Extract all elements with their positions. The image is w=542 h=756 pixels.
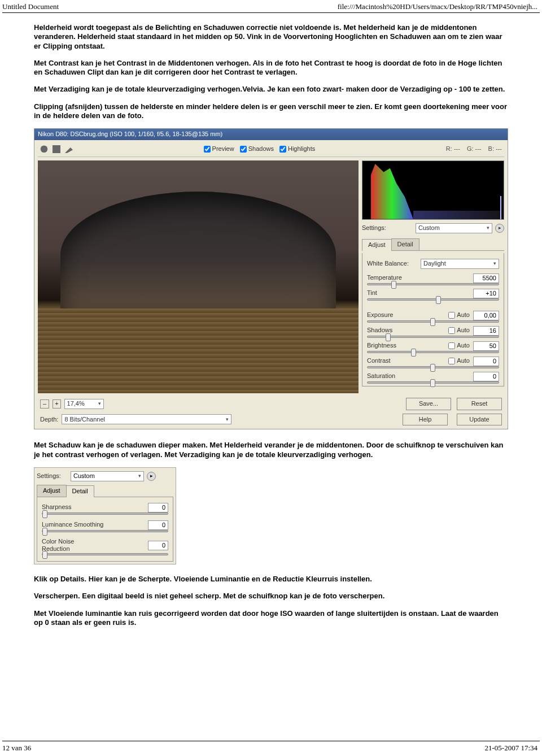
detail-settings-dropdown[interactable]: Custom (71, 471, 144, 481)
color-noise-reduction-label: Color Noise Reduction (42, 538, 104, 554)
page-counter: 12 van 36 (2, 744, 31, 753)
temperature-slider[interactable] (367, 283, 499, 285)
shadows-auto-check[interactable]: Auto (448, 327, 470, 334)
help-button[interactable]: Help (403, 414, 448, 426)
detail-panel: Settings: Custom ▸ Adjust Detail Sharpne… (34, 467, 176, 564)
settings-label: Settings: (362, 224, 413, 232)
histogram (362, 160, 504, 220)
paragraph-2: Met Contrast kan je het Contrast in de M… (34, 59, 508, 77)
saturation-label: Saturation (367, 372, 412, 380)
save-button[interactable]: Save... (406, 398, 451, 410)
color-noise-reduction-slider[interactable] (42, 553, 168, 555)
paragraph-7: Verscherpen. Een digitaal beeld is niet … (34, 592, 508, 601)
hand-icon[interactable] (53, 145, 60, 153)
contrast-slider[interactable] (367, 366, 499, 368)
white-balance-label: White Balance: (367, 260, 418, 268)
shadows-input[interactable] (473, 326, 499, 336)
tab-adjust[interactable]: Adjust (362, 239, 392, 251)
camera-raw-window: Nikon D80: DSCbrug.dng (ISO 100, 1/160, … (34, 128, 508, 429)
eyedropper-icon[interactable] (65, 145, 73, 153)
zoom-out-icon[interactable]: – (40, 399, 49, 409)
highlights-label: Highlights (288, 145, 315, 153)
depth-label: Depth: (40, 416, 58, 424)
image-preview[interactable] (38, 160, 359, 393)
color-noise-reduction-input[interactable] (148, 541, 168, 550)
reset-button[interactable]: Reset (457, 398, 502, 410)
zoom-icon[interactable] (40, 145, 48, 153)
paragraph-8: Met Vloeiende luminantie kan ruis gecorr… (34, 609, 508, 628)
temperature-input[interactable] (473, 273, 499, 283)
window-title: Nikon D80: DSCbrug.dng (ISO 100, 1/160, … (34, 129, 508, 140)
luminance-smoothing-label: Luminance Smoothing (42, 521, 104, 529)
contrast-label: Contrast (367, 357, 412, 365)
paragraph-5: Met Schaduw kan je de schaduwen dieper m… (34, 441, 508, 459)
shadows-slider[interactable] (367, 336, 499, 338)
brightness-auto-check[interactable]: Auto (448, 342, 470, 350)
settings-menu-icon[interactable]: ▸ (495, 224, 504, 233)
exposure-auto-check[interactable]: Auto (448, 311, 470, 319)
preview-checkbox[interactable]: Preview (204, 145, 234, 153)
rgb-readout: R: ---G: ---B: --- (446, 145, 502, 153)
file-path: file:///Macintosh%20HD/Users/macx/Deskto… (338, 2, 537, 11)
depth-dropdown[interactable]: 8 Bits/Channel (62, 414, 231, 424)
detail-tab-adjust[interactable]: Adjust (37, 485, 67, 497)
tint-slider[interactable] (367, 298, 499, 301)
highlights-checkbox[interactable]: Highlights (279, 145, 315, 153)
zoom-in-icon[interactable]: + (53, 399, 60, 409)
preview-label: Preview (212, 145, 234, 153)
update-button[interactable]: Update (457, 414, 502, 426)
sharpness-label: Sharpness (42, 503, 104, 511)
contrast-input[interactable] (473, 357, 499, 366)
brightness-slider[interactable] (367, 351, 499, 353)
brightness-label: Brightness (367, 342, 412, 350)
contrast-auto-check[interactable]: Auto (448, 357, 470, 365)
footer-divider (2, 741, 540, 741)
tint-label: Tint (367, 289, 412, 297)
paragraph-1: Helderheid wordt toegepast als de Belich… (34, 23, 508, 51)
exposure-label: Exposure (367, 311, 412, 319)
header-divider (2, 12, 540, 13)
exposure-input[interactable] (473, 311, 499, 320)
temperature-label: Temperature (367, 274, 412, 282)
sharpness-input[interactable] (148, 503, 168, 512)
paragraph-4: Clipping (afsnijden) tussen de helderste… (34, 102, 508, 121)
tool-icons (40, 145, 73, 153)
tab-detail[interactable]: Detail (391, 238, 419, 250)
exposure-slider[interactable] (367, 320, 499, 323)
detail-tab-detail[interactable]: Detail (66, 485, 94, 497)
detail-settings-menu-icon[interactable]: ▸ (147, 472, 156, 481)
print-timestamp: 21-05-2007 17:34 (484, 744, 537, 753)
white-balance-dropdown[interactable]: Daylight (421, 259, 499, 269)
zoom-dropdown[interactable]: 17,4% (64, 399, 104, 409)
tint-input[interactable] (473, 289, 499, 298)
sharpness-slider[interactable] (42, 512, 168, 515)
luminance-smoothing-input[interactable] (148, 520, 168, 530)
detail-settings-label: Settings: (37, 472, 68, 480)
settings-dropdown[interactable]: Custom (416, 223, 492, 233)
paragraph-3: Met Verzadiging kan je de totale kleurve… (34, 85, 508, 94)
luminance-smoothing-slider[interactable] (42, 530, 168, 532)
saturation-slider[interactable] (367, 381, 499, 384)
saturation-input[interactable] (473, 372, 499, 381)
shadows-checkbox[interactable]: Shadows (240, 145, 274, 153)
doc-title: Untitled Document (2, 2, 59, 11)
paragraph-6: Klik op Details. Hier kan je de Scherpte… (34, 575, 508, 584)
shadows-label: Shadows (248, 145, 274, 153)
brightness-input[interactable] (473, 341, 499, 351)
